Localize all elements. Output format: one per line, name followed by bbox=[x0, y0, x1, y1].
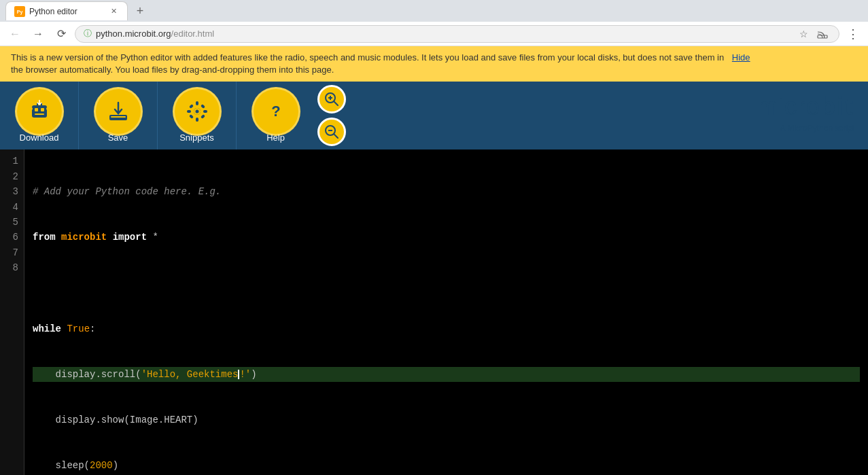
micropython-tagline: A MicroPython script bbox=[780, 124, 854, 133]
code-line-1: # Add your Python code here. E.g. bbox=[33, 184, 860, 199]
svg-rect-17 bbox=[200, 114, 205, 119]
tab-title: Python editor bbox=[29, 7, 77, 16]
code-line-2: from microbit import * bbox=[33, 230, 860, 245]
svg-rect-6 bbox=[35, 113, 44, 115]
micro-text: micro bbox=[757, 92, 820, 120]
notification-text: This is a new version of the Python edit… bbox=[11, 52, 857, 76]
svg-line-26 bbox=[334, 101, 338, 105]
new-tab-button[interactable]: + bbox=[131, 1, 150, 20]
snippets-icon bbox=[173, 87, 222, 136]
bit-text: bit bbox=[820, 92, 854, 120]
svg-rect-18 bbox=[188, 114, 193, 119]
svg-text:Py: Py bbox=[17, 10, 23, 15]
code-line-7: sleep(2000) bbox=[33, 458, 860, 473]
code-line-3 bbox=[33, 276, 860, 291]
zoom-in-button[interactable] bbox=[317, 85, 346, 113]
svg-rect-13 bbox=[196, 118, 198, 122]
notification-banner: This is a new version of the Python edit… bbox=[0, 46, 868, 82]
cast-button[interactable] bbox=[814, 26, 831, 42]
save-icon bbox=[94, 87, 143, 136]
line-number-2: 2 bbox=[5, 169, 18, 184]
lock-icon: ⓘ bbox=[84, 28, 92, 39]
svg-text:?: ? bbox=[271, 103, 280, 120]
tab-favicon: Py bbox=[14, 6, 25, 17]
url-bar[interactable]: ⓘ python.microbit.org/editor.html ☆ bbox=[75, 25, 839, 43]
snippets-button[interactable]: Snippets bbox=[158, 82, 236, 149]
microbit-logo-text: microbit bbox=[757, 92, 854, 121]
help-button[interactable]: ? Help bbox=[237, 82, 315, 149]
address-bar: ← → ⟳ ⓘ python.microbit.org/editor.html … bbox=[0, 22, 868, 46]
save-label: Save bbox=[108, 133, 128, 143]
line-numbers: 1 2 3 4 5 6 7 8 bbox=[0, 149, 24, 475]
line-number-8: 8 bbox=[5, 260, 18, 275]
svg-point-7 bbox=[30, 107, 33, 110]
svg-rect-10 bbox=[111, 116, 126, 118]
line-number-7: 7 bbox=[5, 245, 18, 260]
zoom-out-button[interactable] bbox=[317, 118, 346, 146]
active-tab[interactable]: Py Python editor ✕ bbox=[5, 1, 128, 20]
svg-rect-5 bbox=[41, 108, 44, 111]
url-actions: ☆ bbox=[795, 26, 831, 42]
svg-rect-15 bbox=[203, 110, 207, 113]
svg-point-21 bbox=[195, 110, 198, 113]
svg-rect-19 bbox=[200, 104, 205, 109]
line-number-1: 1 bbox=[5, 154, 18, 169]
svg-point-8 bbox=[46, 107, 49, 110]
hide-link[interactable]: Hide bbox=[732, 52, 750, 63]
code-line-5: display.scroll('Hello, Geektimes!') bbox=[33, 367, 860, 382]
browser-chrome: Py Python editor ✕ + ← → ⟳ ⓘ python.micr… bbox=[0, 0, 868, 46]
zoom-buttons bbox=[315, 82, 346, 149]
editor-area: 1 2 3 4 5 6 7 8 # Add your Python code h… bbox=[0, 149, 868, 475]
line-number-5: 5 bbox=[5, 215, 18, 230]
code-line-4: while True: bbox=[33, 321, 860, 336]
line-number-3: 3 bbox=[5, 184, 18, 199]
forward-button[interactable]: → bbox=[29, 24, 48, 43]
help-label: Help bbox=[266, 133, 285, 143]
microbit-logo: microbit A MicroPython script bbox=[757, 82, 868, 149]
back-button[interactable]: ← bbox=[5, 24, 24, 43]
tab-bar: Py Python editor ✕ + bbox=[0, 0, 868, 22]
bookmark-star-button[interactable]: ☆ bbox=[795, 26, 812, 42]
line-number-4: 4 bbox=[5, 200, 18, 215]
svg-rect-4 bbox=[35, 108, 38, 111]
svg-rect-3 bbox=[32, 105, 47, 118]
svg-rect-16 bbox=[188, 104, 193, 109]
refresh-button[interactable]: ⟳ bbox=[52, 24, 71, 43]
svg-line-29 bbox=[334, 134, 338, 138]
svg-rect-12 bbox=[196, 101, 198, 105]
svg-rect-14 bbox=[187, 110, 191, 113]
tab-close-button[interactable]: ✕ bbox=[108, 6, 119, 17]
code-content[interactable]: # Add your Python code here. E.g. from m… bbox=[24, 149, 868, 475]
toolbar: Download Save bbox=[0, 82, 868, 149]
help-icon: ? bbox=[251, 87, 300, 136]
code-line-6: display.show(Image.HEART) bbox=[33, 412, 860, 427]
download-icon bbox=[15, 87, 64, 136]
url-text: python.microbit.org/editor.html bbox=[96, 29, 214, 39]
line-number-6: 6 bbox=[5, 230, 18, 245]
chrome-menu-button[interactable]: ⋮ bbox=[844, 24, 863, 43]
save-button[interactable]: Save bbox=[79, 82, 157, 149]
snippets-label: Snippets bbox=[179, 133, 214, 143]
download-label: Download bbox=[20, 133, 59, 143]
download-button[interactable]: Download bbox=[0, 82, 78, 149]
